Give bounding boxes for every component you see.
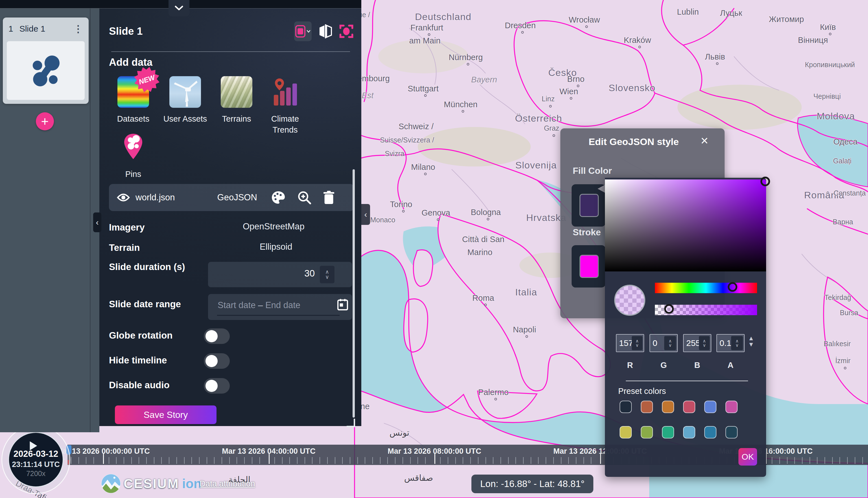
add-slide-button[interactable]: + [36, 112, 54, 130]
zoom-to-asset-icon[interactable] [297, 191, 311, 205]
timeline-tick [523, 457, 523, 464]
map-label: Svizra [385, 149, 404, 158]
timeline-tick [561, 457, 561, 464]
saturation-handle[interactable] [761, 176, 770, 186]
timeline-tick [71, 457, 72, 464]
timeline-tick [772, 457, 772, 464]
channel-stepper[interactable]: ∧∨ [632, 336, 643, 350]
timeline-tick [455, 457, 456, 464]
add-terrains-tile[interactable] [221, 76, 252, 108]
map-label: İzmir [835, 357, 851, 365]
map-label: Napoli [513, 325, 536, 335]
save-story-button[interactable]: Save Story [115, 405, 217, 424]
stroke-color-well[interactable] [572, 245, 606, 288]
channel-stepper[interactable]: ∧∨ [731, 336, 743, 350]
timeline-tick [478, 457, 478, 464]
fill-color-label: Fill Color [573, 166, 612, 176]
date-input-underline [217, 315, 340, 316]
map-label: Galați [833, 157, 851, 165]
stroke-color-swatch[interactable] [580, 255, 599, 278]
map-city-dot [402, 210, 405, 212]
rail-divider [90, 9, 91, 432]
add-pins-tile[interactable] [117, 132, 149, 163]
animation-clock-widget[interactable]: 2026-03-12 23:11:14 UTC 7200x [1, 425, 70, 494]
toggle-switch-disable-audio[interactable] [204, 378, 230, 394]
close-icon[interactable]: × [701, 133, 708, 148]
preset-color-swatch[interactable] [662, 426, 674, 438]
duration-label: Slide duration (s) [109, 260, 202, 274]
wind-turbine-icon [169, 76, 201, 108]
preset-color-swatch[interactable] [704, 426, 716, 438]
duration-stepper[interactable]: ∧∨ [320, 266, 335, 283]
color-mode-toggle[interactable]: ▲▼ [748, 335, 754, 348]
preset-color-swatch[interactable] [620, 401, 632, 413]
preset-color-swatch[interactable] [683, 401, 695, 413]
slide-card[interactable]: 1 Slide 1 ⋮ [3, 17, 89, 104]
cesium-ion-text[interactable]: ion [182, 476, 202, 491]
saturation-value-area[interactable] [605, 180, 766, 272]
cesium-brand-text[interactable]: CESIUM [124, 476, 179, 491]
timeline-tick [794, 457, 795, 464]
fill-color-swatch[interactable] [580, 194, 599, 217]
channel-input-g[interactable]: 0∧∨ [649, 334, 678, 352]
rail-collapse-handle[interactable]: ‹ [93, 212, 101, 232]
map-label: Житомир [769, 15, 804, 24]
timeline-tick [583, 457, 584, 464]
map-label: München [444, 100, 477, 109]
channel-input-r[interactable]: 157∧∨ [616, 334, 644, 352]
slide-menu-icon[interactable]: ⋮ [74, 26, 83, 31]
toggle-switch-hide-timeline[interactable] [204, 353, 230, 369]
slide-style-dropdown[interactable] [294, 22, 312, 41]
date-end-placeholder: End date [265, 300, 300, 310]
hue-handle[interactable] [728, 282, 737, 292]
timeline-tick [825, 457, 825, 464]
toggle-label: Globe rotation [109, 330, 173, 341]
alpha-slider[interactable] [655, 305, 757, 315]
add-user-assets-tile[interactable] [169, 76, 201, 108]
imagery-value[interactable]: OpenStreetMap [243, 222, 305, 232]
map-label: Palermo [478, 388, 509, 397]
duration-input[interactable]: 30 ∧∨ [208, 262, 352, 287]
panel-resize-handle[interactable] [347, 419, 355, 427]
date-start-placeholder: Start date [218, 300, 256, 310]
channel-input-a[interactable]: 0.1∧∨ [716, 334, 744, 352]
map-city-dot [638, 46, 641, 48]
channel-stepper[interactable]: ∧∨ [699, 336, 710, 350]
play-icon[interactable] [30, 441, 42, 450]
preset-color-swatch[interactable] [662, 401, 674, 413]
terrain-value[interactable]: Ellipsoid [260, 242, 292, 252]
map-city-dot [553, 134, 555, 137]
preset-color-swatch[interactable] [641, 426, 653, 438]
capture-view-icon[interactable] [339, 24, 353, 39]
timeline-tick [531, 457, 531, 464]
map-label: Balıkesir [824, 340, 851, 348]
channel-stepper[interactable]: ∧∨ [664, 336, 676, 350]
mirror-slide-icon[interactable] [319, 23, 332, 39]
channel-input-b[interactable]: 255∧∨ [683, 334, 711, 352]
preset-color-swatch[interactable] [641, 401, 653, 413]
data-attribution-link[interactable]: Data attribution [199, 479, 255, 488]
delete-asset-icon[interactable] [323, 191, 335, 205]
preset-color-swatch[interactable] [725, 401, 738, 413]
panel-scrollbar[interactable] [352, 169, 355, 418]
panel-collapse-tab[interactable] [169, 0, 190, 16]
add-climate-trends-tile[interactable] [269, 76, 301, 108]
visibility-eye-icon[interactable] [117, 193, 130, 202]
header-divider [111, 51, 350, 52]
alpha-handle[interactable] [664, 304, 674, 314]
preset-color-swatch[interactable] [620, 426, 632, 438]
timeline-tick [847, 457, 848, 464]
preset-color-swatch[interactable] [725, 426, 738, 438]
slide-thumbnail[interactable] [7, 41, 85, 100]
toggle-switch-globe-rotation[interactable] [204, 328, 230, 344]
preset-color-swatch[interactable] [683, 426, 695, 438]
preset-color-swatch[interactable] [704, 401, 716, 413]
ok-button[interactable]: OK [738, 448, 757, 466]
add-datasets-tile[interactable]: NEW [117, 76, 149, 108]
palette-style-icon[interactable] [271, 191, 285, 204]
hue-slider[interactable] [655, 283, 757, 293]
map-collapse-handle[interactable]: ‹ [361, 204, 370, 225]
geojson-asset-row[interactable]: world.json GeoJSON [109, 184, 354, 211]
calendar-icon[interactable] [337, 299, 348, 310]
date-range-input[interactable]: Start date – End date [208, 294, 352, 320]
